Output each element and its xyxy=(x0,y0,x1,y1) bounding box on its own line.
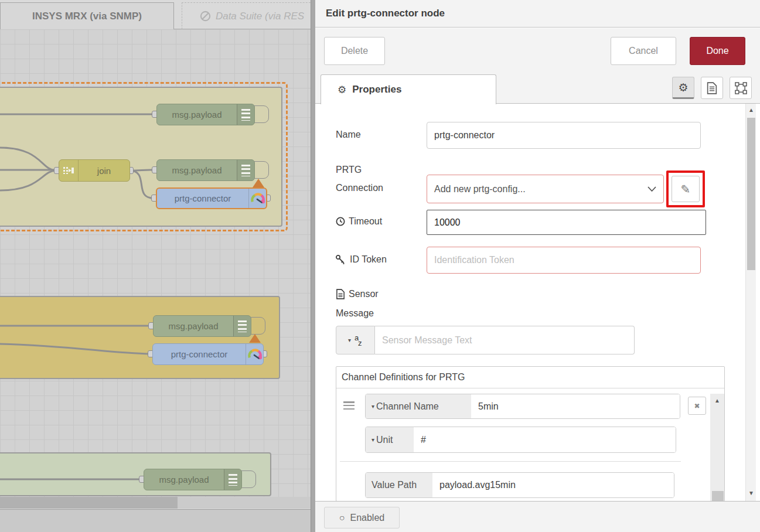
flow-tab-label: INSYS MRX (via SNMP) xyxy=(32,11,142,22)
value-path-type-button[interactable]: Value Path xyxy=(366,473,432,497)
done-button[interactable]: Done xyxy=(690,37,745,65)
channel-name-input[interactable] xyxy=(471,394,680,418)
scroll-up-icon[interactable]: ▲ xyxy=(714,397,720,404)
debug-node[interactable]: msg.payload xyxy=(156,159,255,181)
node-red-app: msg.payload join msg.payload prtg-connec… xyxy=(0,0,760,532)
panel-scrollbar[interactable]: ▲ ▼ xyxy=(745,104,756,501)
flow-tab-disabled[interactable]: Data Suite (via RES xyxy=(182,2,311,29)
edit-config-pencil-button[interactable]: ✎ xyxy=(672,176,700,202)
name-label: Name xyxy=(336,129,361,140)
properties-icon-button[interactable]: ⚙ xyxy=(672,77,694,99)
typed-input-type-button[interactable]: ▾ a z xyxy=(336,326,375,354)
gear-icon: ⚙ xyxy=(338,84,346,96)
workspace-footer xyxy=(0,509,311,532)
document-icon xyxy=(707,82,717,94)
debug-list-icon xyxy=(224,469,241,490)
join-icon xyxy=(59,160,79,181)
channel-list-scrollbar[interactable]: ▲ xyxy=(710,394,725,502)
gauge-icon xyxy=(248,189,266,208)
caret-down-icon: ▾ xyxy=(372,436,374,443)
panel-scrollbar-thumb[interactable] xyxy=(747,118,755,270)
flow-workspace: msg.payload join msg.payload prtg-connec… xyxy=(0,0,311,532)
timeout-input[interactable] xyxy=(427,210,706,235)
document-icon xyxy=(336,289,345,299)
timeout-label: Timeout xyxy=(349,216,382,227)
panel-resize-handle[interactable] xyxy=(311,0,315,532)
scroll-down-icon[interactable]: ▼ xyxy=(748,490,754,496)
appearance-icon xyxy=(735,82,747,94)
remove-channel-button[interactable]: ✖ xyxy=(688,397,706,415)
debug-list-icon xyxy=(237,160,254,180)
id-token-input[interactable] xyxy=(427,247,701,274)
scroll-up-icon[interactable]: ▲ xyxy=(748,107,754,113)
channel-row: Value Path xyxy=(365,472,674,498)
connection-label-line1: PRTG xyxy=(336,165,362,175)
caret-down-icon: ▾ xyxy=(372,403,374,410)
sensor-message-label-line2: Message xyxy=(336,308,374,319)
debug-list-icon xyxy=(233,316,251,336)
node-label: msg.payload xyxy=(157,104,237,125)
gauge-icon xyxy=(246,344,263,364)
name-input[interactable] xyxy=(427,122,701,149)
tab-properties[interactable]: ⚙ Properties xyxy=(321,74,496,104)
clock-icon xyxy=(336,217,345,226)
channel-name-type-button[interactable]: ▾ Channel Name xyxy=(366,394,471,418)
channel-definitions-box: Channel Definitions for PRTG ▾ Channel N… xyxy=(336,366,725,502)
pencil-icon: ✎ xyxy=(681,182,691,196)
debug-node[interactable]: msg.payload xyxy=(156,104,255,125)
tab-properties-label: Properties xyxy=(352,84,401,96)
node-label: msg.payload xyxy=(144,469,224,490)
circle-icon: ○ xyxy=(339,513,345,523)
panel-title: Edit prtg-connector node xyxy=(326,8,445,19)
string-type-icon: a z xyxy=(355,334,363,347)
flow-tab-active[interactable]: INSYS MRX (via SNMP) xyxy=(0,2,174,29)
connection-select[interactable]: Add new prtg-config... xyxy=(427,175,664,203)
node-label: prtg-connector xyxy=(153,344,246,364)
prtg-connector-node-selected[interactable]: prtg-connector xyxy=(156,187,267,209)
key-icon xyxy=(335,254,346,265)
caret-down-icon: ▾ xyxy=(348,337,351,343)
flow-group-yellow[interactable] xyxy=(0,296,280,379)
cancel-button[interactable]: Cancel xyxy=(611,37,676,65)
debug-node[interactable]: msg.payload xyxy=(153,315,251,337)
undeployed-warning-icon xyxy=(253,179,264,187)
panel-header: Edit prtg-connector node xyxy=(315,0,760,28)
node-label: msg.payload xyxy=(154,316,233,336)
workspace-tabbar: INSYS MRX (via SNMP) Data Suite (via RES xyxy=(0,0,311,29)
unit-input[interactable] xyxy=(414,427,676,452)
channel-list-scrollbar-thumb[interactable] xyxy=(712,491,724,502)
node-label: msg.payload xyxy=(157,160,237,180)
id-token-label: ID Token xyxy=(350,254,387,265)
edit-node-panel: Edit prtg-connector node Delete Cancel D… xyxy=(315,0,760,532)
debug-node[interactable]: msg.payload xyxy=(144,469,242,490)
row-divider xyxy=(340,461,681,462)
horizontal-scrollbar[interactable] xyxy=(0,497,311,509)
channel-definitions-header: Channel Definitions for PRTG xyxy=(336,367,724,388)
node-label: join xyxy=(79,160,129,181)
debug-list-icon xyxy=(237,104,254,125)
sensor-message-input[interactable] xyxy=(375,326,635,354)
connection-select-value: Add new prtg-config... xyxy=(434,184,647,195)
drag-handle-icon[interactable] xyxy=(343,401,355,410)
disabled-icon xyxy=(200,11,211,22)
value-path-input[interactable] xyxy=(432,473,674,497)
join-node[interactable]: join xyxy=(59,159,130,182)
unit-type-button[interactable]: ▾ Unit xyxy=(366,427,414,452)
delete-button[interactable]: Delete xyxy=(324,37,385,65)
node-label: prtg-connector xyxy=(157,189,248,208)
connection-label-line2: Connection xyxy=(336,183,383,193)
horizontal-scrollbar-thumb[interactable] xyxy=(0,497,178,509)
node-enabled-toggle[interactable]: ○ Enabled xyxy=(324,507,400,528)
prtg-connector-node[interactable]: prtg-connector xyxy=(152,343,264,365)
channel-row: ▾ Unit xyxy=(365,427,676,453)
sensor-message-label-line1: Sensor xyxy=(349,289,379,299)
appearance-icon-button[interactable] xyxy=(730,77,752,99)
undeployed-warning-icon xyxy=(249,334,261,343)
channel-row: ▾ Channel Name xyxy=(365,394,680,419)
description-icon-button[interactable] xyxy=(701,77,723,99)
gear-icon: ⚙ xyxy=(678,81,688,94)
close-icon: ✖ xyxy=(694,402,700,410)
chevron-down-icon xyxy=(647,186,656,192)
flow-tab-label: Data Suite (via RES xyxy=(216,11,304,22)
